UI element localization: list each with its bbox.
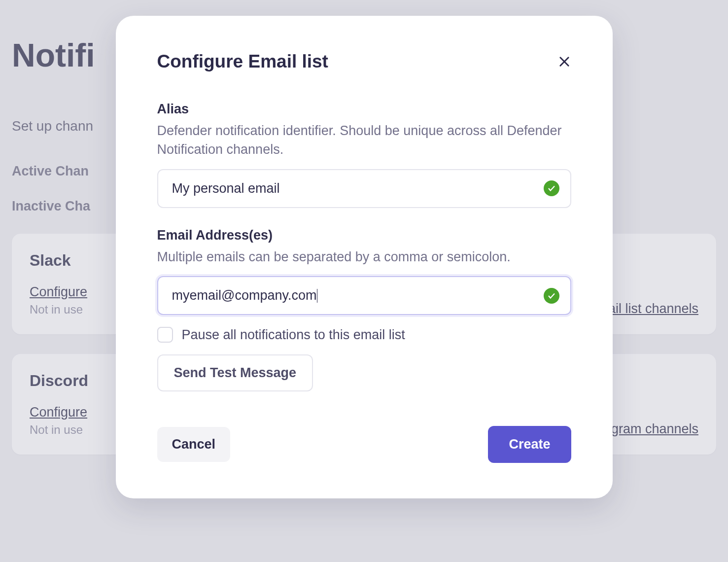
send-test-button[interactable]: Send Test Message	[157, 354, 313, 391]
alias-help: Defender notification identifier. Should…	[157, 122, 571, 159]
email-input-value: myemail@company.com	[172, 288, 317, 303]
email-input[interactable]: myemail@company.com	[157, 276, 571, 315]
email-input-wrap: myemail@company.com	[157, 276, 571, 315]
alias-label: Alias	[157, 102, 571, 117]
email-help: Multiple emails can be separated by a co…	[157, 248, 571, 267]
checkmark-icon	[544, 288, 559, 304]
email-label: Email Address(es)	[157, 228, 571, 243]
cancel-button[interactable]: Cancel	[157, 427, 231, 462]
alias-input-wrap	[157, 169, 571, 208]
pause-checkbox[interactable]	[157, 327, 173, 343]
text-cursor	[317, 289, 317, 303]
modal-title: Configure Email list	[157, 51, 328, 72]
modal-header: Configure Email list	[157, 51, 571, 72]
configure-email-modal: Configure Email list Alias Defender noti…	[116, 16, 613, 498]
checkmark-icon	[544, 180, 559, 196]
create-button[interactable]: Create	[488, 426, 571, 463]
email-group: Email Address(es) Multiple emails can be…	[157, 228, 571, 316]
close-icon[interactable]	[557, 55, 571, 69]
modal-overlay[interactable]: Configure Email list Alias Defender noti…	[0, 0, 728, 562]
pause-label: Pause all notifications to this email li…	[182, 327, 405, 343]
pause-checkbox-row: Pause all notifications to this email li…	[157, 327, 571, 343]
alias-input[interactable]	[157, 169, 571, 208]
alias-group: Alias Defender notification identifier. …	[157, 102, 571, 208]
modal-footer: Cancel Create	[157, 426, 571, 463]
